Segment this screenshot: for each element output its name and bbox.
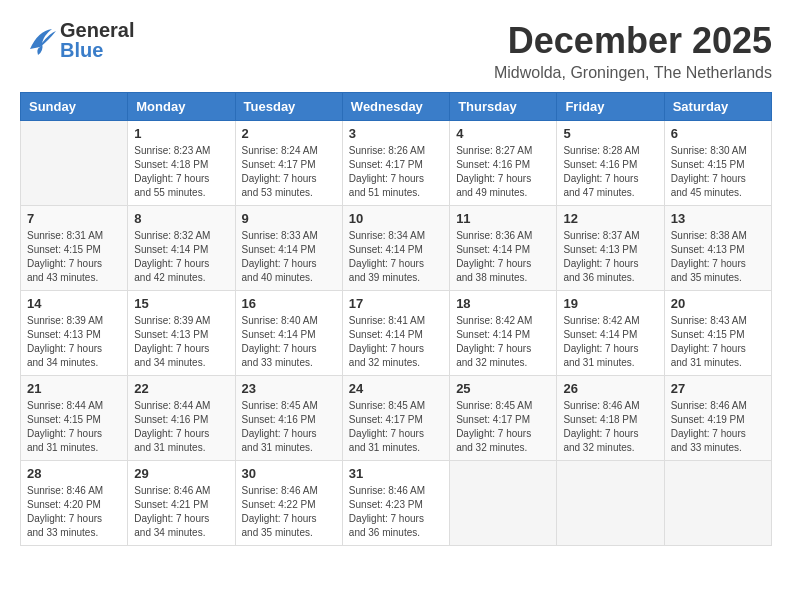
day-number: 19 (563, 296, 657, 311)
header-sunday: Sunday (21, 93, 128, 121)
calendar-cell: 19Sunrise: 8:42 AMSunset: 4:14 PMDayligh… (557, 291, 664, 376)
day-info: Sunrise: 8:36 AMSunset: 4:14 PMDaylight:… (456, 229, 550, 285)
calendar-cell: 8Sunrise: 8:32 AMSunset: 4:14 PMDaylight… (128, 206, 235, 291)
day-info: Sunrise: 8:46 AMSunset: 4:22 PMDaylight:… (242, 484, 336, 540)
week-row-4: 28Sunrise: 8:46 AMSunset: 4:20 PMDayligh… (21, 461, 772, 546)
calendar-cell: 16Sunrise: 8:40 AMSunset: 4:14 PMDayligh… (235, 291, 342, 376)
calendar-table: SundayMondayTuesdayWednesdayThursdayFrid… (20, 92, 772, 546)
day-number: 18 (456, 296, 550, 311)
day-info: Sunrise: 8:44 AMSunset: 4:16 PMDaylight:… (134, 399, 228, 455)
calendar-cell: 11Sunrise: 8:36 AMSunset: 4:14 PMDayligh… (450, 206, 557, 291)
header-saturday: Saturday (664, 93, 771, 121)
day-number: 10 (349, 211, 443, 226)
day-info: Sunrise: 8:46 AMSunset: 4:21 PMDaylight:… (134, 484, 228, 540)
day-number: 23 (242, 381, 336, 396)
day-info: Sunrise: 8:23 AMSunset: 4:18 PMDaylight:… (134, 144, 228, 200)
calendar-cell: 4Sunrise: 8:27 AMSunset: 4:16 PMDaylight… (450, 121, 557, 206)
month-title: December 2025 (494, 20, 772, 62)
calendar-cell: 17Sunrise: 8:41 AMSunset: 4:14 PMDayligh… (342, 291, 449, 376)
title-area: December 2025 Midwolda, Groningen, The N… (494, 20, 772, 82)
day-number: 9 (242, 211, 336, 226)
day-info: Sunrise: 8:44 AMSunset: 4:15 PMDaylight:… (27, 399, 121, 455)
day-number: 5 (563, 126, 657, 141)
logo-label: General Blue (60, 20, 134, 60)
day-info: Sunrise: 8:43 AMSunset: 4:15 PMDaylight:… (671, 314, 765, 370)
calendar-cell: 15Sunrise: 8:39 AMSunset: 4:13 PMDayligh… (128, 291, 235, 376)
day-number: 21 (27, 381, 121, 396)
calendar-cell: 26Sunrise: 8:46 AMSunset: 4:18 PMDayligh… (557, 376, 664, 461)
calendar-cell: 14Sunrise: 8:39 AMSunset: 4:13 PMDayligh… (21, 291, 128, 376)
day-number: 12 (563, 211, 657, 226)
day-info: Sunrise: 8:37 AMSunset: 4:13 PMDaylight:… (563, 229, 657, 285)
day-info: Sunrise: 8:46 AMSunset: 4:19 PMDaylight:… (671, 399, 765, 455)
day-info: Sunrise: 8:24 AMSunset: 4:17 PMDaylight:… (242, 144, 336, 200)
header-monday: Monday (128, 93, 235, 121)
calendar-cell: 13Sunrise: 8:38 AMSunset: 4:13 PMDayligh… (664, 206, 771, 291)
day-info: Sunrise: 8:31 AMSunset: 4:15 PMDaylight:… (27, 229, 121, 285)
day-info: Sunrise: 8:27 AMSunset: 4:16 PMDaylight:… (456, 144, 550, 200)
day-number: 8 (134, 211, 228, 226)
calendar-cell (557, 461, 664, 546)
calendar-cell: 12Sunrise: 8:37 AMSunset: 4:13 PMDayligh… (557, 206, 664, 291)
calendar-cell (664, 461, 771, 546)
calendar-cell: 28Sunrise: 8:46 AMSunset: 4:20 PMDayligh… (21, 461, 128, 546)
day-info: Sunrise: 8:46 AMSunset: 4:20 PMDaylight:… (27, 484, 121, 540)
day-number: 22 (134, 381, 228, 396)
day-number: 1 (134, 126, 228, 141)
day-info: Sunrise: 8:30 AMSunset: 4:15 PMDaylight:… (671, 144, 765, 200)
day-info: Sunrise: 8:45 AMSunset: 4:16 PMDaylight:… (242, 399, 336, 455)
logo-blue-text: Blue (60, 40, 134, 60)
header-wednesday: Wednesday (342, 93, 449, 121)
day-info: Sunrise: 8:39 AMSunset: 4:13 PMDaylight:… (134, 314, 228, 370)
calendar-cell: 31Sunrise: 8:46 AMSunset: 4:23 PMDayligh… (342, 461, 449, 546)
day-info: Sunrise: 8:45 AMSunset: 4:17 PMDaylight:… (349, 399, 443, 455)
day-info: Sunrise: 8:28 AMSunset: 4:16 PMDaylight:… (563, 144, 657, 200)
calendar-cell: 1Sunrise: 8:23 AMSunset: 4:18 PMDaylight… (128, 121, 235, 206)
day-number: 11 (456, 211, 550, 226)
calendar-body: 1Sunrise: 8:23 AMSunset: 4:18 PMDaylight… (21, 121, 772, 546)
logo-general-text: General (60, 20, 134, 40)
day-number: 31 (349, 466, 443, 481)
day-number: 4 (456, 126, 550, 141)
day-number: 20 (671, 296, 765, 311)
day-number: 16 (242, 296, 336, 311)
day-number: 29 (134, 466, 228, 481)
calendar-cell: 5Sunrise: 8:28 AMSunset: 4:16 PMDaylight… (557, 121, 664, 206)
day-number: 30 (242, 466, 336, 481)
week-row-2: 14Sunrise: 8:39 AMSunset: 4:13 PMDayligh… (21, 291, 772, 376)
calendar-cell: 6Sunrise: 8:30 AMSunset: 4:15 PMDaylight… (664, 121, 771, 206)
header-tuesday: Tuesday (235, 93, 342, 121)
day-number: 15 (134, 296, 228, 311)
calendar-cell (21, 121, 128, 206)
calendar-cell: 10Sunrise: 8:34 AMSunset: 4:14 PMDayligh… (342, 206, 449, 291)
day-info: Sunrise: 8:32 AMSunset: 4:14 PMDaylight:… (134, 229, 228, 285)
day-number: 28 (27, 466, 121, 481)
day-info: Sunrise: 8:34 AMSunset: 4:14 PMDaylight:… (349, 229, 443, 285)
calendar-cell: 2Sunrise: 8:24 AMSunset: 4:17 PMDaylight… (235, 121, 342, 206)
week-row-1: 7Sunrise: 8:31 AMSunset: 4:15 PMDaylight… (21, 206, 772, 291)
day-info: Sunrise: 8:40 AMSunset: 4:14 PMDaylight:… (242, 314, 336, 370)
day-info: Sunrise: 8:41 AMSunset: 4:14 PMDaylight:… (349, 314, 443, 370)
day-number: 6 (671, 126, 765, 141)
calendar-cell: 3Sunrise: 8:26 AMSunset: 4:17 PMDaylight… (342, 121, 449, 206)
calendar-cell: 22Sunrise: 8:44 AMSunset: 4:16 PMDayligh… (128, 376, 235, 461)
week-row-0: 1Sunrise: 8:23 AMSunset: 4:18 PMDaylight… (21, 121, 772, 206)
day-number: 24 (349, 381, 443, 396)
calendar-cell: 23Sunrise: 8:45 AMSunset: 4:16 PMDayligh… (235, 376, 342, 461)
calendar-cell: 7Sunrise: 8:31 AMSunset: 4:15 PMDaylight… (21, 206, 128, 291)
calendar-cell: 29Sunrise: 8:46 AMSunset: 4:21 PMDayligh… (128, 461, 235, 546)
calendar-cell: 20Sunrise: 8:43 AMSunset: 4:15 PMDayligh… (664, 291, 771, 376)
calendar-cell: 24Sunrise: 8:45 AMSunset: 4:17 PMDayligh… (342, 376, 449, 461)
logo: General Blue (20, 20, 134, 60)
day-number: 14 (27, 296, 121, 311)
day-number: 17 (349, 296, 443, 311)
day-info: Sunrise: 8:38 AMSunset: 4:13 PMDaylight:… (671, 229, 765, 285)
calendar-cell (450, 461, 557, 546)
page-header: General Blue December 2025 Midwolda, Gro… (20, 20, 772, 82)
day-info: Sunrise: 8:26 AMSunset: 4:17 PMDaylight:… (349, 144, 443, 200)
day-number: 26 (563, 381, 657, 396)
logo-icon (20, 21, 58, 59)
week-row-3: 21Sunrise: 8:44 AMSunset: 4:15 PMDayligh… (21, 376, 772, 461)
day-info: Sunrise: 8:46 AMSunset: 4:23 PMDaylight:… (349, 484, 443, 540)
header-thursday: Thursday (450, 93, 557, 121)
